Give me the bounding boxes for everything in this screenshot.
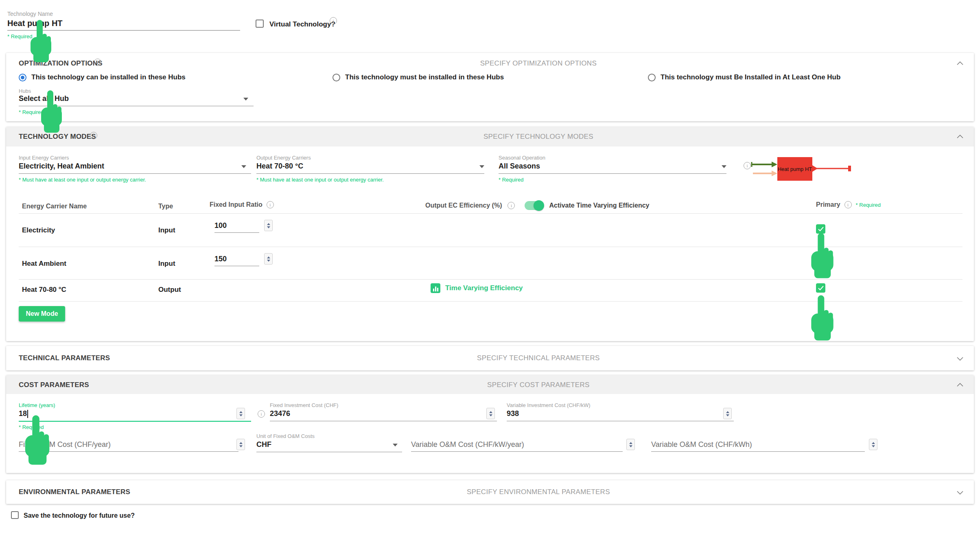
col-header-fixed-input-ratio: Fixed Input Ratio	[210, 201, 262, 208]
col-header-primary: Primary	[816, 201, 840, 208]
radio-label: This technology must Be Installed in At …	[661, 73, 840, 81]
radio-icon[interactable]	[19, 74, 26, 81]
output-ec-select-value[interactable]: Heat 70-80 °C	[256, 162, 303, 171]
number-spinner[interactable]	[486, 408, 495, 419]
radio-icon[interactable]	[648, 74, 656, 81]
number-spinner[interactable]	[723, 408, 732, 419]
number-spinner[interactable]	[236, 439, 245, 450]
virtual-technology-info-icon[interactable]	[330, 17, 337, 24]
unit-fixed-om-label: Unit of Fixed O&M Costs	[256, 433, 315, 439]
hand-cursor-icon	[23, 410, 51, 470]
fixed-input-ratio-info-icon[interactable]	[267, 201, 274, 208]
optimization-options-center-title: SPECIFY OPTIMIZATION OPTIONS	[480, 59, 597, 68]
variable-investment-value[interactable]: 938	[507, 409, 519, 418]
time-varying-efficiency-link[interactable]: Time Varying Efficiency	[431, 283, 523, 293]
number-spinner[interactable]	[626, 439, 635, 450]
table-divider	[19, 213, 962, 214]
radio-must-be-installed[interactable]: This technology must be installed in the…	[332, 73, 504, 81]
primary-info-icon[interactable]	[844, 201, 852, 208]
optimization-options-info-icon[interactable]	[94, 59, 101, 66]
col-header-energy-carrier-name: Energy Carrier Name	[22, 203, 87, 210]
variable-om-kw-input[interactable]	[411, 440, 623, 452]
diagram-technology-label: Heat pump HT	[778, 166, 812, 172]
output-ec-efficiency-info-icon[interactable]	[508, 202, 515, 209]
cost-parameters-center-title: SPECIFY COST PARAMETERS	[487, 381, 590, 389]
input-ec-underline[interactable]	[19, 173, 251, 174]
hand-cursor-icon	[28, 16, 53, 66]
variable-investment-label: Variable Investment Cost (CHF/kW)	[507, 402, 591, 408]
bar-chart-icon	[431, 283, 440, 293]
technology-modes-center-title: SPECIFY TECHNOLOGY MODES	[483, 133, 593, 141]
fixed-investment-value[interactable]: 23476	[270, 409, 290, 418]
number-spinner[interactable]	[236, 408, 245, 419]
primary-required: * Required	[856, 202, 881, 208]
seasonal-dropdown-arrow-icon[interactable]	[722, 165, 726, 168]
input-ec-dropdown-arrow-icon[interactable]	[241, 165, 246, 168]
radio-can-be-installed[interactable]: This technology can be installed in thes…	[19, 73, 186, 81]
technical-parameters-section: TECHNICAL PARAMETERS SPECIFY TECHNICAL P…	[6, 346, 974, 370]
output-ec-dropdown-arrow-icon[interactable]	[479, 165, 484, 168]
table-divider	[19, 279, 962, 280]
environmental-parameters-center-title: SPECIFY ENVIRONMENTAL PARAMETERS	[467, 488, 610, 496]
technology-modes-collapse-icon[interactable]	[957, 133, 963, 140]
fixed-om-cost-input[interactable]	[19, 440, 238, 452]
unit-fixed-om-dropdown-arrow-icon[interactable]	[393, 444, 398, 446]
output-ec-underline[interactable]	[256, 173, 484, 174]
primary-checkbox-checked[interactable]	[816, 224, 825, 234]
output-ec-hint: * Must have at least one input or output…	[256, 177, 384, 183]
variable-investment-underline	[507, 421, 734, 421]
save-technology-checkbox[interactable]	[11, 511, 19, 519]
optimization-collapse-icon[interactable]	[957, 59, 963, 67]
row-type: Input	[158, 260, 175, 268]
row-type: Input	[158, 226, 175, 234]
virtual-technology-label: Virtual Technology?	[269, 20, 335, 28]
lifetime-info-icon[interactable]	[258, 410, 265, 418]
toggle-label: Activate Time Varying Efficiency	[549, 202, 649, 209]
virtual-technology-checkbox[interactable]	[256, 20, 264, 28]
new-mode-button[interactable]: New Mode	[19, 306, 65, 322]
hubs-dropdown-arrow-icon[interactable]	[243, 98, 248, 101]
technical-parameters-center-title: SPECIFY TECHNICAL PARAMETERS	[477, 354, 600, 362]
radio-icon[interactable]	[332, 74, 340, 81]
technology-modes-info-icon[interactable]	[90, 132, 97, 139]
radio-label: This technology can be installed in thes…	[31, 73, 186, 81]
col-header-output-ec-efficiency: Output EC Efficiency (%)	[425, 202, 502, 209]
time-varying-efficiency-toggle[interactable]	[525, 201, 543, 210]
variable-om-kwh-input[interactable]	[651, 440, 865, 452]
row-type: Output	[158, 286, 181, 294]
fixed-input-ratio-input[interactable]	[214, 255, 259, 266]
seasonal-operation-select-value[interactable]: All Seasons	[499, 162, 540, 171]
diagram-output-arrow-icon	[812, 156, 855, 183]
save-technology-label: Save the technology for future use?	[24, 512, 135, 519]
technical-expand-icon[interactable]	[957, 355, 963, 362]
number-spinner[interactable]	[264, 220, 273, 231]
cost-parameters-title: COST PARAMETERS	[19, 381, 89, 389]
environmental-expand-icon[interactable]	[957, 489, 963, 496]
diagram-input-arrows-icon	[750, 156, 778, 183]
input-ec-select-value[interactable]: Electricity, Heat Ambient	[19, 162, 104, 171]
seasonal-operation-label: Seasonal Operation	[499, 155, 545, 161]
unit-fixed-om-select-value[interactable]: CHF	[256, 440, 271, 449]
row-name: Heat Ambient	[22, 260, 66, 268]
seasonal-underline[interactable]	[499, 173, 726, 174]
row-name: Electricity	[22, 226, 55, 234]
technology-form-page: Technology Name Heat pump HT * Required …	[0, 0, 980, 534]
lifetime-label: Lifetime (years)	[19, 402, 55, 408]
fixed-input-ratio-input[interactable]	[214, 221, 259, 233]
hubs-label: Hubs	[19, 88, 31, 94]
environmental-parameters-section: ENVIRONMENTAL PARAMETERS SPECIFY ENVIRON…	[6, 480, 974, 504]
time-varying-efficiency-link-label: Time Varying Efficiency	[445, 284, 523, 292]
cost-collapse-icon[interactable]	[957, 381, 963, 388]
technical-parameters-title: TECHNICAL PARAMETERS	[19, 354, 110, 362]
number-spinner[interactable]	[264, 253, 273, 265]
input-ec-hint: * Must have at least one input or output…	[19, 177, 146, 183]
number-spinner[interactable]	[869, 439, 877, 450]
diagram-technology-box: Heat pump HT	[777, 157, 812, 181]
radio-at-least-one-hub[interactable]: This technology must Be Installed in At …	[648, 73, 840, 81]
technology-diagram: Heat pump HT	[750, 156, 855, 183]
hand-cursor-icon	[809, 233, 835, 278]
unit-fixed-om-underline[interactable]	[256, 452, 402, 452]
col-header-type: Type	[158, 203, 173, 210]
primary-checkbox-checked[interactable]	[816, 283, 825, 293]
optimization-options-section: OPTIMIZATION OPTIONS SPECIFY OPTIMIZATIO…	[6, 53, 974, 121]
